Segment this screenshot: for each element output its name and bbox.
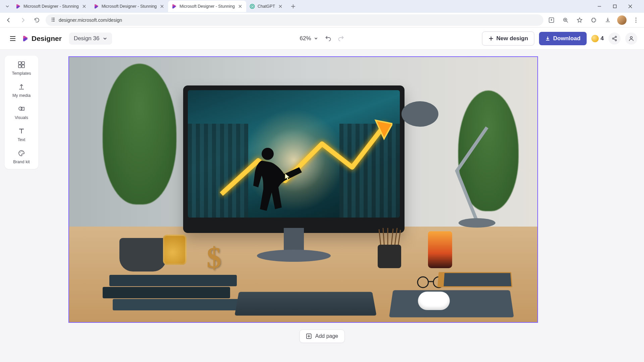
browser-tab[interactable]: Microsoft Designer - Stunning (12, 1, 90, 12)
scene-coin-jar (163, 235, 186, 265)
rail-brand-kit[interactable]: Brand kit (13, 149, 30, 164)
canvas-area: $ Add page (38, 50, 644, 362)
tab-close-icon[interactable] (278, 4, 283, 9)
svg-point-6 (51, 21, 52, 21)
account-button[interactable] (625, 33, 637, 45)
tab-title: Microsoft Designer - Stunning (179, 4, 235, 9)
add-page-label: Add page (315, 333, 338, 339)
downloads-icon[interactable] (603, 15, 612, 25)
tab-bar: Microsoft Designer - Stunning Microsoft … (0, 0, 644, 13)
svg-rect-1 (613, 5, 616, 8)
add-page-button[interactable]: Add page (300, 329, 345, 343)
plus-icon (488, 36, 494, 41)
svg-point-10 (636, 17, 637, 18)
svg-rect-5 (52, 18, 55, 18)
tab-search-dropdown[interactable] (3, 2, 12, 11)
scene-person-silhouette (241, 144, 305, 214)
window-controls (594, 1, 641, 12)
scene-books (99, 275, 247, 312)
svg-point-26 (401, 101, 438, 127)
window-maximize-button[interactable] (609, 1, 621, 12)
nav-back-button[interactable] (3, 15, 14, 25)
svg-rect-20 (22, 65, 24, 68)
designer-favicon-icon (171, 4, 177, 9)
svg-rect-18 (22, 62, 24, 64)
svg-point-12 (636, 21, 637, 22)
svg-rect-3 (52, 19, 55, 20)
plus-square-icon (306, 333, 312, 339)
text-icon (17, 127, 26, 135)
address-actions (547, 15, 641, 25)
extensions-icon[interactable] (589, 15, 598, 25)
new-tab-button[interactable] (288, 2, 298, 11)
chatgpt-favicon-icon (250, 4, 255, 9)
share-button[interactable] (608, 33, 621, 45)
redo-button[interactable] (338, 35, 344, 43)
designer-favicon-icon (94, 4, 99, 9)
chevron-down-icon (314, 36, 318, 41)
menu-button[interactable] (7, 33, 19, 45)
design-name-dropdown[interactable]: Design 36 (69, 33, 112, 45)
upload-icon (17, 82, 26, 91)
nav-forward-button[interactable] (17, 15, 28, 25)
download-button[interactable]: Download (539, 32, 586, 45)
svg-point-23 (20, 152, 20, 153)
tab-close-icon[interactable] (82, 4, 87, 9)
svg-point-2 (51, 19, 52, 20)
scene-dollar-sign: $ (207, 241, 221, 275)
rail-label: Visuals (15, 115, 28, 120)
new-design-button[interactable]: New design (482, 32, 534, 46)
visuals-icon (17, 105, 26, 113)
scene-keyboard (234, 292, 376, 316)
profile-avatar[interactable] (617, 15, 627, 25)
header-right: New design Download 4 (482, 32, 637, 46)
design-canvas[interactable]: $ (68, 56, 538, 323)
credits-badge[interactable]: 4 (591, 35, 604, 42)
rail-text[interactable]: Text (17, 127, 26, 142)
zoom-icon[interactable] (561, 15, 570, 25)
zoom-value: 62% (300, 35, 311, 42)
rail-my-media[interactable]: My media (12, 82, 31, 98)
rail-label: Brand kit (13, 160, 30, 164)
svg-point-25 (22, 152, 23, 152)
workspace: Templates My media Visuals Text Brand ki… (0, 50, 644, 362)
rail-label: Text (18, 137, 25, 142)
chevron-down-icon (103, 36, 107, 41)
chrome-menu-icon[interactable] (631, 15, 641, 25)
nav-reload-button[interactable] (32, 15, 42, 25)
tab-title: ChatGPT (258, 4, 275, 9)
site-info-icon[interactable] (50, 17, 55, 23)
tab-close-icon[interactable] (159, 4, 165, 9)
scene-desk-lamp (390, 87, 504, 228)
templates-icon (17, 60, 26, 69)
svg-point-16 (630, 37, 632, 39)
rail-visuals[interactable]: Visuals (15, 105, 28, 120)
browser-tab[interactable]: ChatGPT (246, 1, 286, 12)
svg-point-24 (21, 151, 21, 152)
bookmark-star-icon[interactable] (575, 15, 584, 25)
browser-tab-active[interactable]: Microsoft Designer - Stunning (168, 1, 246, 12)
install-app-icon[interactable] (547, 15, 556, 25)
browser-tab[interactable]: Microsoft Designer - Stunning (90, 1, 168, 12)
address-bar[interactable]: designer.microsoft.com/design (46, 14, 543, 26)
scene-glass-juice (428, 231, 452, 268)
address-row: designer.microsoft.com/design (0, 13, 644, 27)
rail-templates[interactable]: Templates (12, 60, 31, 76)
url-text: designer.microsoft.com/design (59, 17, 122, 23)
window-minimize-button[interactable] (594, 1, 605, 12)
side-rail: Templates My media Visuals Text Brand ki… (5, 56, 38, 169)
svg-point-27 (459, 218, 495, 228)
zoom-dropdown[interactable]: 62% (300, 35, 318, 42)
credits-count: 4 (601, 35, 604, 42)
svg-point-0 (250, 4, 254, 9)
tab-title: Microsoft Designer - Stunning (23, 4, 79, 9)
svg-point-13 (612, 38, 614, 39)
undo-button[interactable] (325, 35, 332, 43)
tab-close-icon[interactable] (237, 4, 243, 9)
app-header: Designer Design 36 62% New design Downlo… (0, 27, 644, 50)
center-controls: 62% (300, 35, 344, 43)
scene-monitor-base (257, 250, 331, 262)
rail-label: My media (12, 93, 31, 98)
app-logo[interactable]: Designer (22, 35, 62, 43)
window-close-button[interactable] (625, 1, 636, 12)
